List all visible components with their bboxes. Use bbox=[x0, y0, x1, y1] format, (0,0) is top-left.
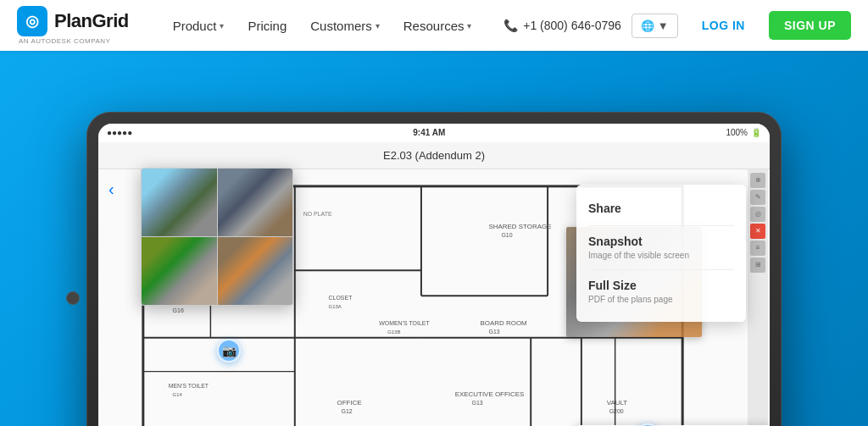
tablet-wrapper: ●●●●● 9:41 AM 100% 🔋 E2.03 (Addendum 2) bbox=[70, 53, 798, 427]
status-time: 9:41 AM bbox=[413, 128, 445, 137]
svg-text:OFFICE: OFFICE bbox=[337, 399, 362, 407]
nav-customers[interactable]: Customers ▾ bbox=[300, 12, 390, 40]
tablet-home-button[interactable] bbox=[66, 291, 80, 305]
battery-percent: 100% bbox=[726, 128, 748, 137]
phone-number: 📞 +1 (800) 646-0796 bbox=[504, 19, 621, 32]
tablet-device: ●●●●● 9:41 AM 100% 🔋 E2.03 (Addendum 2) bbox=[86, 112, 782, 427]
nav-pricing[interactable]: Pricing bbox=[237, 12, 297, 40]
nav-pricing-label: Pricing bbox=[248, 19, 287, 33]
share-panel: Share Snapshot Image of the visible scre… bbox=[576, 185, 746, 322]
photo-grid bbox=[142, 169, 292, 305]
share-option[interactable]: Share bbox=[588, 193, 734, 226]
toolbar-icon-4[interactable]: ≡ bbox=[750, 241, 765, 256]
fullsize-option[interactable]: Full Size PDF of the plans page bbox=[588, 270, 734, 313]
login-button[interactable]: LOG IN bbox=[688, 12, 759, 39]
nav-product-label: Product bbox=[173, 19, 217, 33]
signal-icons: ●●●●● bbox=[107, 128, 132, 137]
phone-icon: 📞 bbox=[504, 19, 518, 32]
header: ◎ PlanGrid AN AUTODESK COMPANY Product ▾… bbox=[0, 0, 868, 51]
svg-text:BOARD ROOM: BOARD ROOM bbox=[481, 318, 527, 326]
status-bar: ●●●●● 9:41 AM 100% 🔋 bbox=[98, 124, 770, 142]
svg-text:G13: G13 bbox=[472, 400, 483, 406]
toolbar-icon-3[interactable]: ◎ bbox=[750, 207, 765, 222]
chevron-down-icon: ▾ bbox=[376, 21, 380, 30]
svg-text:CLOSET: CLOSET bbox=[329, 295, 353, 301]
svg-text:VAULT: VAULT bbox=[607, 399, 628, 407]
phone-text: +1 (800) 646-0796 bbox=[523, 19, 621, 32]
nav-customers-label: Customers bbox=[310, 19, 372, 33]
svg-text:G12: G12 bbox=[341, 408, 352, 414]
plangrid-logo-icon: ◎ bbox=[17, 6, 47, 36]
toolbar-icon-5[interactable]: ⊞ bbox=[750, 257, 765, 273]
svg-text:G16: G16 bbox=[173, 307, 184, 313]
blueprint-title: E2.03 (Addendum 2) bbox=[383, 149, 485, 162]
photo-thumbnail-3[interactable] bbox=[142, 237, 217, 305]
tablet-screen: ●●●●● 9:41 AM 100% 🔋 E2.03 (Addendum 2) bbox=[98, 124, 770, 427]
back-button[interactable]: ‹ bbox=[102, 176, 121, 202]
chevron-down-icon: ▾ bbox=[220, 21, 224, 30]
snapshot-title: Snapshot bbox=[588, 235, 734, 248]
signal-bars: ●●●●● bbox=[107, 128, 132, 137]
snapshot-desc: Image of the visible screen bbox=[588, 250, 734, 261]
svg-text:EXECUTIVE OFFICES: EXECUTIVE OFFICES bbox=[455, 390, 525, 398]
svg-text:G13B: G13B bbox=[387, 329, 400, 334]
right-toolbar: ⊕ ✎ ◎ ✕ ≡ ⊞ bbox=[748, 169, 768, 427]
svg-text:G13: G13 bbox=[488, 328, 499, 334]
fullsize-title: Full Size bbox=[588, 279, 734, 292]
globe-icon: 🌐 bbox=[641, 19, 654, 32]
logo-text: PlanGrid bbox=[54, 10, 129, 32]
toolbar-icon-1[interactable]: ⊕ bbox=[750, 173, 765, 188]
hero-section: ●●●●● 9:41 AM 100% 🔋 E2.03 (Addendum 2) bbox=[0, 51, 868, 426]
svg-text:G14: G14 bbox=[173, 392, 183, 397]
photo-thumbnails[interactable] bbox=[141, 168, 293, 306]
photo-thumbnail-4[interactable] bbox=[218, 237, 293, 305]
photo-thumbnail-2[interactable] bbox=[218, 169, 293, 236]
snapshot-option[interactable]: Snapshot Image of the visible screen bbox=[588, 226, 734, 270]
fullsize-desc: PDF of the plans page bbox=[588, 294, 734, 305]
battery-icon: 🔋 bbox=[751, 128, 761, 137]
svg-text:WOMEN'S TOILET: WOMEN'S TOILET bbox=[379, 319, 430, 325]
toolbar-icon-active[interactable]: ✕ bbox=[750, 224, 765, 239]
language-selector[interactable]: 🌐 ▼ bbox=[632, 14, 678, 38]
battery-indicator: 100% 🔋 bbox=[726, 128, 761, 137]
nav-resources-label: Resources bbox=[403, 19, 465, 33]
logo-area: ◎ PlanGrid AN AUTODESK COMPANY bbox=[17, 6, 129, 45]
toolbar-icon-2[interactable]: ✎ bbox=[750, 190, 765, 205]
logo-top[interactable]: ◎ PlanGrid bbox=[17, 6, 129, 36]
blueprint-topbar: E2.03 (Addendum 2) bbox=[98, 142, 770, 169]
svg-text:NO PLATE: NO PLATE bbox=[303, 210, 332, 216]
signup-button[interactable]: SIGN UP bbox=[769, 11, 851, 40]
camera-pin-1[interactable]: 📷 bbox=[217, 339, 241, 362]
camera-icon-1: 📷 bbox=[222, 344, 236, 357]
nav-resources[interactable]: Resources ▾ bbox=[393, 12, 482, 40]
svg-text:MEN'S TOILET: MEN'S TOILET bbox=[169, 383, 209, 389]
svg-text:SHARED STORAGE: SHARED STORAGE bbox=[488, 222, 551, 230]
svg-text:G13A: G13A bbox=[329, 304, 342, 309]
svg-text:G10: G10 bbox=[501, 231, 512, 237]
svg-text:G200: G200 bbox=[609, 408, 624, 414]
blueprint-area: E2.03 (Addendum 2) ‹ bbox=[98, 142, 770, 427]
share-title: Share bbox=[588, 202, 734, 215]
globe-chevron: ▼ bbox=[658, 19, 669, 32]
header-right: 📞 +1 (800) 646-0796 🌐 ▼ LOG IN SIGN UP bbox=[504, 11, 851, 40]
autodesk-label: AN AUTODESK COMPANY bbox=[17, 37, 110, 45]
nav-product[interactable]: Product ▾ bbox=[163, 12, 235, 40]
main-nav: Product ▾ Pricing Customers ▾ Resources … bbox=[163, 12, 504, 40]
chevron-down-icon: ▾ bbox=[467, 21, 471, 30]
photo-thumbnail-1[interactable] bbox=[142, 169, 217, 236]
